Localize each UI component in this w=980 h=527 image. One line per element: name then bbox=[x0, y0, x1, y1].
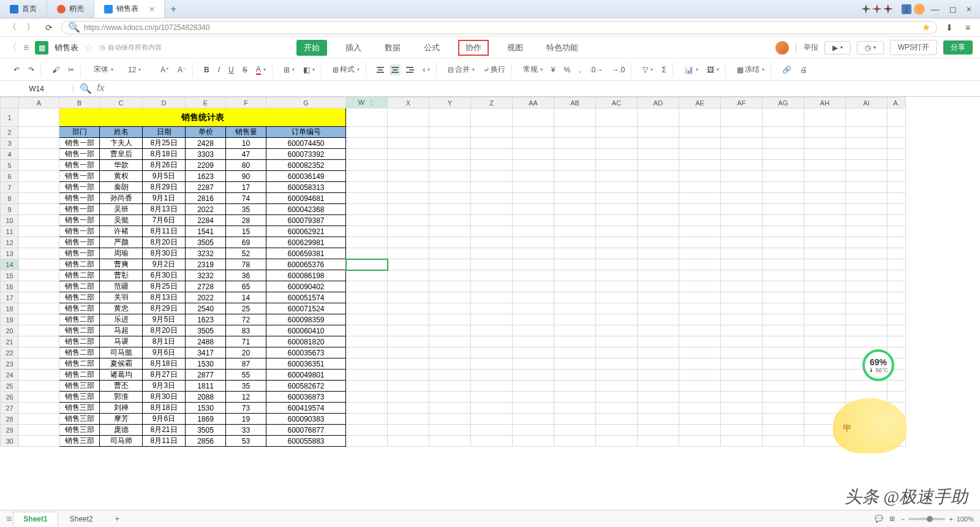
cell-AE8[interactable] bbox=[679, 193, 721, 204]
row-header-19[interactable]: 19 bbox=[1, 314, 19, 325]
cell-AC3[interactable] bbox=[596, 138, 638, 149]
cell-W7[interactable] bbox=[346, 182, 388, 193]
cell-AF4[interactable] bbox=[721, 149, 763, 160]
row-header-15[interactable]: 15 bbox=[1, 270, 19, 281]
data-cell-7-4[interactable]: 17 bbox=[226, 182, 266, 193]
header-cell-4[interactable]: 销售量 bbox=[226, 127, 266, 138]
data-cell-18-1[interactable]: 黄忠 bbox=[100, 303, 143, 314]
data-cell-17-2[interactable]: 8月13日 bbox=[143, 292, 186, 303]
cell-AD19[interactable] bbox=[638, 314, 679, 325]
freeze-button[interactable]: ▦ 冻结 bbox=[734, 63, 767, 76]
cell-A.4[interactable] bbox=[888, 149, 906, 160]
merge-button[interactable]: ⊟ 合并 bbox=[445, 63, 477, 76]
cell-AC9[interactable] bbox=[596, 204, 638, 215]
cell-AB28[interactable] bbox=[554, 414, 596, 425]
cell-A11[interactable] bbox=[19, 226, 59, 237]
cell-AF15[interactable] bbox=[721, 270, 763, 281]
cell-Y9[interactable] bbox=[429, 204, 471, 215]
cell-AD8[interactable] bbox=[638, 193, 679, 204]
col-header-AA[interactable]: AA bbox=[513, 97, 554, 108]
cell-Y23[interactable] bbox=[429, 358, 471, 370]
paintbrush-button[interactable]: 🖌 bbox=[50, 64, 62, 75]
sheet-tab-2[interactable]: Sheet2 bbox=[59, 512, 104, 526]
cell-W8[interactable] bbox=[346, 193, 388, 204]
cell-W2[interactable] bbox=[346, 127, 388, 138]
cell-AH22[interactable] bbox=[804, 347, 846, 358]
data-cell-9-5[interactable]: 600042368 bbox=[266, 204, 346, 215]
data-cell-12-5[interactable]: 600629981 bbox=[266, 237, 346, 248]
cell-A.15[interactable] bbox=[888, 270, 906, 281]
data-cell-30-2[interactable]: 8月11日 bbox=[143, 436, 186, 447]
share-button[interactable]: 分享 bbox=[943, 40, 973, 55]
cell-AH3[interactable] bbox=[804, 138, 846, 149]
data-cell-11-4[interactable]: 15 bbox=[226, 226, 266, 237]
history-button[interactable]: ◷ ▾ bbox=[857, 41, 884, 55]
menu-start[interactable]: 开始 bbox=[296, 40, 327, 56]
cell-A.18[interactable] bbox=[888, 303, 906, 314]
cell-AI28[interactable] bbox=[846, 414, 888, 425]
cell-AH10[interactable] bbox=[804, 215, 846, 226]
col-header-X[interactable]: X bbox=[388, 97, 429, 108]
cell-AF1[interactable] bbox=[721, 108, 763, 127]
cell-AC18[interactable] bbox=[596, 303, 638, 314]
data-cell-18-3[interactable]: 2540 bbox=[186, 303, 226, 314]
cell-Z27[interactable] bbox=[471, 403, 513, 414]
data-cell-19-3[interactable]: 1623 bbox=[186, 314, 226, 325]
report-button[interactable]: 举报 bbox=[804, 42, 818, 53]
valign-button[interactable]: ⫞ bbox=[419, 64, 432, 75]
cell-AA29[interactable] bbox=[513, 425, 554, 436]
cell-AC14[interactable] bbox=[596, 259, 638, 270]
row-header-29[interactable]: 29 bbox=[1, 425, 19, 436]
data-cell-7-2[interactable]: 8月29日 bbox=[143, 182, 186, 193]
cell-AG25[interactable] bbox=[763, 381, 804, 392]
cell-AD30[interactable] bbox=[638, 436, 679, 447]
cell-AE5[interactable] bbox=[679, 160, 721, 171]
cell-AI19[interactable] bbox=[846, 314, 888, 325]
cell-A.20[interactable] bbox=[888, 325, 906, 336]
col-header-AD[interactable]: AD bbox=[638, 97, 679, 108]
cell-W20[interactable] bbox=[346, 325, 388, 336]
cell-AF2[interactable] bbox=[721, 127, 763, 138]
row-header-21[interactable]: 21 bbox=[1, 336, 19, 347]
cell-W24[interactable] bbox=[346, 370, 388, 381]
row-header-22[interactable]: 22 bbox=[1, 347, 19, 358]
cell-AB15[interactable] bbox=[554, 270, 596, 281]
cell-AB2[interactable] bbox=[554, 127, 596, 138]
data-cell-25-1[interactable]: 曹丕 bbox=[100, 381, 143, 392]
cell-A.28[interactable] bbox=[888, 414, 906, 425]
data-cell-10-5[interactable]: 600079387 bbox=[266, 215, 346, 226]
cell-AG22[interactable] bbox=[763, 347, 804, 358]
cell-AD16[interactable] bbox=[638, 281, 679, 292]
data-cell-26-4[interactable]: 12 bbox=[226, 392, 266, 403]
cell-A30[interactable] bbox=[19, 436, 59, 447]
data-cell-25-2[interactable]: 9月3日 bbox=[143, 381, 186, 392]
cell-X2[interactable] bbox=[388, 127, 429, 138]
cell-AF13[interactable] bbox=[721, 248, 763, 259]
data-cell-8-4[interactable]: 74 bbox=[226, 193, 266, 204]
cell-AH8[interactable] bbox=[804, 193, 846, 204]
menu-collab[interactable]: 协作 bbox=[458, 40, 489, 56]
currency-button[interactable]: ¥ bbox=[549, 64, 558, 75]
data-cell-22-1[interactable]: 司马懿 bbox=[100, 347, 143, 358]
cell-AA10[interactable] bbox=[513, 215, 554, 226]
cell-A.2[interactable] bbox=[888, 127, 906, 138]
zoom-in-button[interactable]: + bbox=[949, 515, 952, 523]
data-cell-27-1[interactable]: 刘禅 bbox=[100, 403, 143, 414]
data-cell-8-0[interactable]: 销售一部 bbox=[59, 193, 100, 204]
data-cell-13-2[interactable]: 8月30日 bbox=[143, 248, 186, 259]
zoom-control[interactable]: − + 100% bbox=[901, 515, 974, 523]
cell-Z25[interactable] bbox=[471, 381, 513, 392]
cell-AB26[interactable] bbox=[554, 392, 596, 403]
cell-AA15[interactable] bbox=[513, 270, 554, 281]
col-header-D[interactable]: D bbox=[143, 97, 186, 108]
data-cell-25-5[interactable]: 600582672 bbox=[266, 381, 346, 392]
cell-AH5[interactable] bbox=[804, 160, 846, 171]
cell-AB9[interactable] bbox=[554, 204, 596, 215]
cell-AG8[interactable] bbox=[763, 193, 804, 204]
cell-A.19[interactable] bbox=[888, 314, 906, 325]
cell-Y21[interactable] bbox=[429, 336, 471, 347]
cell-AC8[interactable] bbox=[596, 193, 638, 204]
data-cell-18-2[interactable]: 8月29日 bbox=[143, 303, 186, 314]
font-select[interactable]: 宋体 bbox=[89, 63, 120, 77]
col-header-AG[interactable]: AG bbox=[763, 97, 804, 108]
